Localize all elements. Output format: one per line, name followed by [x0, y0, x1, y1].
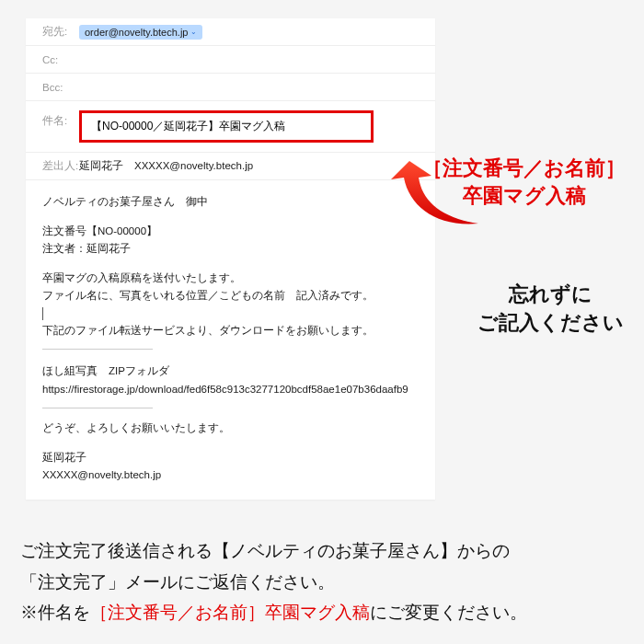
orderer: 注文者：延岡花子 — [42, 240, 419, 259]
subject-row: 件名: 【NO-00000／延岡花子】卒園マグ入稿 — [26, 101, 435, 153]
text-cursor — [42, 307, 419, 320]
subject-label: 件名: — [42, 109, 79, 128]
footer-line3c: にご変更ください。 — [370, 603, 527, 622]
body-line2: ファイル名に、写真をいれる位置／こどもの名前 記入済みです。 — [42, 287, 419, 305]
to-chip[interactable]: order@novelty.btech.jp ⌄ — [79, 25, 202, 40]
sign-name: 延岡花子 — [42, 449, 419, 467]
zip-label: ほし組写真 ZIPフォルダ — [42, 362, 419, 381]
chevron-down-icon: ⌄ — [190, 28, 197, 36]
email-compose-window: 宛先: order@novelty.btech.jp ⌄ Cc: Bcc: 件名… — [26, 18, 435, 500]
to-label: 宛先: — [42, 25, 79, 39]
footer-line2: 「注文完了」メールにご返信ください。 — [20, 567, 624, 597]
footer-line3a: ※件名を — [20, 603, 90, 622]
from-label: 差出人: — [42, 159, 79, 173]
to-row: 宛先: order@novelty.btech.jp ⌄ — [26, 18, 435, 46]
body-line1: 卒園マグの入稿原稿を送付いたします。 — [42, 270, 419, 288]
divider — [42, 349, 153, 350]
email-body[interactable]: ノベルティのお菓子屋さん 御中 注文番号【NO-00000】 注文者：延岡花子 … — [26, 180, 435, 489]
cc-row[interactable]: Cc: — [26, 46, 435, 74]
greeting: ノベルティのお菓子屋さん 御中 — [42, 193, 419, 212]
to-value: order@novelty.btech.jp — [85, 27, 188, 38]
order-number: 注文番号【NO-00000】 — [42, 223, 419, 241]
callout-reminder: 忘れずに ご記入ください — [477, 281, 624, 338]
callout-subject-format: ［注文番号／お名前］ 卒園マグ入稿 — [422, 155, 626, 209]
callout2-line2: ご記入ください — [477, 309, 624, 338]
sign-email: XXXXX@novelty.btech.jp — [42, 466, 419, 485]
divider — [42, 408, 153, 408]
from-value: 延岡花子 XXXXX@novelty.btech.jp — [79, 159, 253, 173]
cc-label: Cc: — [42, 54, 79, 65]
callout2-line1: 忘れずに — [477, 281, 624, 309]
bcc-label: Bcc: — [42, 82, 79, 93]
callout1-line2: 卒園マグ入稿 — [422, 182, 626, 210]
from-row: 差出人: 延岡花子 XXXXX@novelty.btech.jp — [26, 153, 435, 180]
closing: どうぞ、よろしくお願いいたします。 — [42, 420, 419, 438]
subject-highlight-box: 【NO-00000／延岡花子】卒園マグ入稿 — [79, 110, 374, 143]
zip-url: https://firestorage.jp/download/fed6f58c… — [42, 381, 419, 399]
footer-instructions: ご注文完了後送信される【ノベルティのお菓子屋さん】からの 「注文完了」メールにご… — [20, 535, 624, 627]
bcc-row[interactable]: Bcc: — [26, 74, 435, 101]
subject-value[interactable]: 【NO-00000／延岡花子】卒園マグ入稿 — [91, 120, 285, 132]
footer-line3b: ［注文番号／お名前］卒園マグ入稿 — [90, 603, 370, 622]
footer-line1: ご注文完了後送信される【ノベルティのお菓子屋さん】からの — [20, 535, 624, 566]
body-line3: 下記のファイル転送サービスより、ダウンロードをお願いします。 — [42, 322, 419, 340]
callout1-line1: ［注文番号／お名前］ — [422, 155, 626, 182]
footer-line3: ※件名を［注文番号／お名前］卒園マグ入稿にご変更ください。 — [20, 597, 624, 627]
